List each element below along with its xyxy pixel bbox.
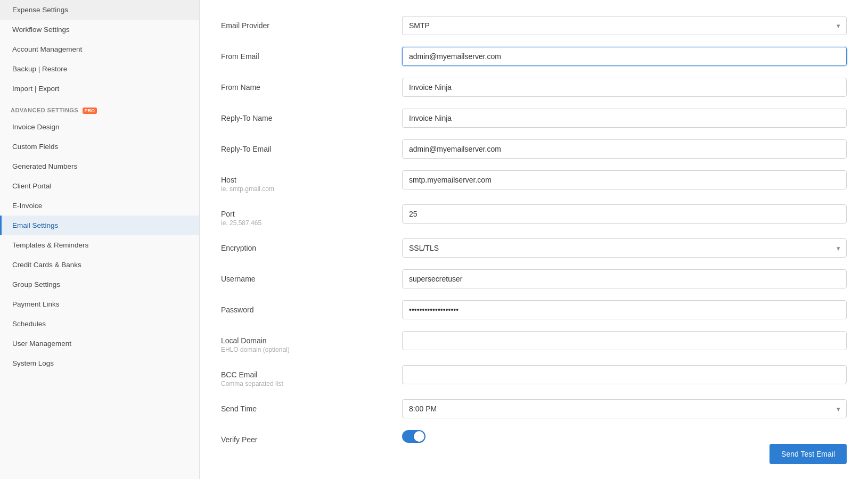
sidebar-item-e-invoice[interactable]: E-Invoice xyxy=(0,196,199,216)
email-provider-select[interactable]: SMTP Mailgun Postmark SendGrid xyxy=(402,16,847,35)
verify-peer-toggle[interactable] xyxy=(402,430,425,443)
send-time-label: Send Time xyxy=(221,404,391,413)
advanced-settings-header: ADVANCED SETTINGS PRO xyxy=(0,98,199,117)
main-content: Email Provider SMTP Mailgun Postmark Sen… xyxy=(200,0,868,479)
sidebar-item-payment-links[interactable]: Payment Links xyxy=(0,294,199,314)
bcc-email-input[interactable] xyxy=(402,365,847,384)
from-email-input[interactable] xyxy=(402,47,847,66)
send-test-email-button[interactable]: Send Test Email xyxy=(769,444,847,464)
send-time-row: Send Time 8:00 PM 9:00 AM 10:00 AM 12:00… xyxy=(221,399,847,418)
verify-peer-row: Verify Peer xyxy=(221,430,847,444)
username-label: Username xyxy=(221,275,391,283)
reply-to-email-row: Reply-To Email xyxy=(221,139,847,159)
from-name-row: From Name xyxy=(221,78,847,97)
from-name-label: From Name xyxy=(221,83,391,92)
local-domain-label: Local Domain xyxy=(221,336,391,345)
encryption-select[interactable]: SSL/TLS TLS None xyxy=(402,238,847,258)
local-domain-input[interactable] xyxy=(402,331,847,350)
from-email-row: From Email xyxy=(221,47,847,66)
sidebar-item-group-settings[interactable]: Group Settings xyxy=(0,275,199,294)
port-label: Port xyxy=(221,210,391,218)
password-row: Password xyxy=(221,300,847,319)
sidebar-item-backup-restore[interactable]: Backup | Restore xyxy=(0,59,199,79)
username-row: Username xyxy=(221,269,847,288)
email-provider-label: Email Provider xyxy=(221,21,391,30)
host-label: Host xyxy=(221,176,391,184)
sidebar-item-credit-cards-banks[interactable]: Credit Cards & Banks xyxy=(0,255,199,275)
bcc-email-label: BCC Email xyxy=(221,370,391,379)
reply-to-name-label: Reply-To Name xyxy=(221,114,391,122)
verify-peer-label: Verify Peer xyxy=(221,435,391,444)
sidebar-item-workflow-settings[interactable]: Workflow Settings xyxy=(0,20,199,39)
sidebar-item-account-management[interactable]: Account Management xyxy=(0,39,199,59)
sidebar-item-expense-settings[interactable]: Expense Settings xyxy=(0,0,199,20)
pro-badge: PRO xyxy=(83,108,97,114)
sidebar-item-user-management[interactable]: User Management xyxy=(0,334,199,353)
local-domain-sublabel: EHLO domain (optional) xyxy=(221,346,391,353)
reply-to-name-row: Reply-To Name xyxy=(221,109,847,128)
port-sublabel: ie. 25,587,465 xyxy=(221,219,391,227)
sidebar-item-system-logs[interactable]: System Logs xyxy=(0,353,199,373)
sidebar-item-generated-numbers[interactable]: Generated Numbers xyxy=(0,156,199,176)
host-input[interactable] xyxy=(402,170,847,189)
bcc-email-row: BCC Email Comma separated list xyxy=(221,365,847,387)
local-domain-row: Local Domain EHLO domain (optional) xyxy=(221,331,847,353)
sidebar-item-schedules[interactable]: Schedules xyxy=(0,314,199,334)
email-provider-row: Email Provider SMTP Mailgun Postmark Sen… xyxy=(221,16,847,35)
reply-to-name-input[interactable] xyxy=(402,109,847,128)
send-time-select[interactable]: 8:00 PM 9:00 AM 10:00 AM 12:00 PM xyxy=(402,399,847,418)
username-input[interactable] xyxy=(402,269,847,288)
sidebar-item-client-portal[interactable]: Client Portal xyxy=(0,176,199,196)
port-input[interactable] xyxy=(402,204,847,224)
toggle-knob xyxy=(414,431,424,442)
from-name-input[interactable] xyxy=(402,78,847,97)
sidebar-item-email-settings[interactable]: Email Settings xyxy=(0,216,199,235)
password-label: Password xyxy=(221,305,391,314)
host-sublabel: ie. smtp.gmail.com xyxy=(221,185,391,193)
encryption-row: Encryption SSL/TLS TLS None xyxy=(221,238,847,258)
password-input[interactable] xyxy=(402,300,847,319)
sidebar-item-import-export[interactable]: Import | Export xyxy=(0,79,199,98)
host-row: Host ie. smtp.gmail.com xyxy=(221,170,847,193)
sidebar-item-templates-reminders[interactable]: Templates & Reminders xyxy=(0,235,199,255)
reply-to-email-label: Reply-To Email xyxy=(221,145,391,153)
encryption-label: Encryption xyxy=(221,244,391,252)
sidebar-item-invoice-design[interactable]: Invoice Design xyxy=(0,117,199,137)
sidebar-item-custom-fields[interactable]: Custom Fields xyxy=(0,137,199,156)
sidebar: Expense SettingsWorkflow SettingsAccount… xyxy=(0,0,200,479)
from-email-label: From Email xyxy=(221,52,391,61)
port-row: Port ie. 25,587,465 xyxy=(221,204,847,227)
bcc-email-sublabel: Comma separated list xyxy=(221,380,391,387)
reply-to-email-input[interactable] xyxy=(402,139,847,159)
